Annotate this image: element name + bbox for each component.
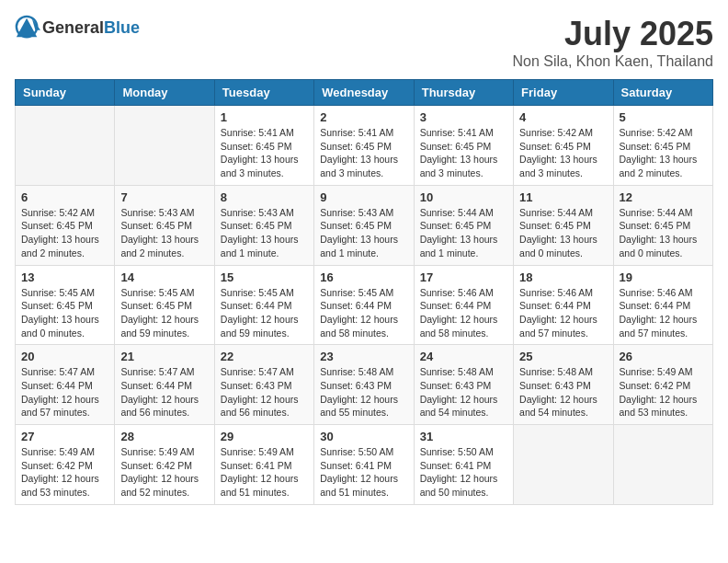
day-info: Sunrise: 5:50 AM Sunset: 6:41 PM Dayligh… <box>320 445 407 500</box>
calendar-cell: 6Sunrise: 5:42 AM Sunset: 6:45 PM Daylig… <box>16 185 115 265</box>
day-info: Sunrise: 5:43 AM Sunset: 6:45 PM Dayligh… <box>120 206 208 260</box>
col-tuesday: Tuesday <box>214 80 313 106</box>
day-number: 30 <box>320 430 407 443</box>
day-info: Sunrise: 5:48 AM Sunset: 6:43 PM Dayligh… <box>320 365 407 419</box>
day-number: 9 <box>320 190 407 204</box>
day-number: 17 <box>420 270 507 284</box>
svg-marker-1 <box>17 18 37 38</box>
calendar-cell: 14Sunrise: 5:45 AM Sunset: 6:45 PM Dayli… <box>115 265 214 345</box>
day-number: 31 <box>420 430 507 443</box>
calendar-cell: 5Sunrise: 5:42 AM Sunset: 6:45 PM Daylig… <box>613 106 712 186</box>
calendar-cell: 3Sunrise: 5:41 AM Sunset: 6:45 PM Daylig… <box>414 106 513 186</box>
day-info: Sunrise: 5:42 AM Sunset: 6:45 PM Dayligh… <box>519 126 607 180</box>
calendar-cell <box>16 106 115 186</box>
day-number: 7 <box>120 190 208 204</box>
day-number: 12 <box>620 190 707 204</box>
day-number: 16 <box>320 270 407 284</box>
day-number: 20 <box>21 350 108 363</box>
calendar-cell: 31Sunrise: 5:50 AM Sunset: 6:41 PM Dayli… <box>414 425 513 505</box>
calendar-header: Sunday Monday Tuesday Wednesday Thursday… <box>16 80 713 106</box>
day-number: 27 <box>21 430 108 443</box>
calendar-cell: 17Sunrise: 5:46 AM Sunset: 6:44 PM Dayli… <box>414 265 513 345</box>
calendar-cell: 18Sunrise: 5:46 AM Sunset: 6:44 PM Dayli… <box>514 265 613 345</box>
day-info: Sunrise: 5:50 AM Sunset: 6:41 PM Dayligh… <box>420 445 507 500</box>
calendar-cell: 12Sunrise: 5:44 AM Sunset: 6:45 PM Dayli… <box>613 185 712 265</box>
day-info: Sunrise: 5:41 AM Sunset: 6:45 PM Dayligh… <box>320 126 407 180</box>
day-info: Sunrise: 5:49 AM Sunset: 6:42 PM Dayligh… <box>120 445 208 500</box>
calendar-table: Sunday Monday Tuesday Wednesday Thursday… <box>15 79 713 505</box>
day-number: 4 <box>519 110 607 124</box>
day-info: Sunrise: 5:43 AM Sunset: 6:45 PM Dayligh… <box>221 206 308 260</box>
weekday-row: Sunday Monday Tuesday Wednesday Thursday… <box>16 80 713 106</box>
calendar-cell: 13Sunrise: 5:45 AM Sunset: 6:45 PM Dayli… <box>16 265 115 345</box>
week-row-3: 20Sunrise: 5:47 AM Sunset: 6:44 PM Dayli… <box>16 345 713 425</box>
week-row-1: 6Sunrise: 5:42 AM Sunset: 6:45 PM Daylig… <box>16 185 713 265</box>
col-friday: Friday <box>514 80 613 106</box>
calendar-cell <box>115 106 214 186</box>
day-info: Sunrise: 5:45 AM Sunset: 6:44 PM Dayligh… <box>221 286 308 340</box>
day-info: Sunrise: 5:47 AM Sunset: 6:43 PM Dayligh… <box>221 365 308 419</box>
day-number: 11 <box>519 190 607 204</box>
day-number: 24 <box>420 350 507 363</box>
calendar-cell: 29Sunrise: 5:49 AM Sunset: 6:41 PM Dayli… <box>214 425 313 505</box>
calendar-cell: 2Sunrise: 5:41 AM Sunset: 6:45 PM Daylig… <box>314 106 414 186</box>
day-info: Sunrise: 5:44 AM Sunset: 6:45 PM Dayligh… <box>620 206 707 260</box>
day-info: Sunrise: 5:42 AM Sunset: 6:45 PM Dayligh… <box>620 126 707 180</box>
day-info: Sunrise: 5:46 AM Sunset: 6:44 PM Dayligh… <box>420 286 507 340</box>
calendar-cell: 23Sunrise: 5:48 AM Sunset: 6:43 PM Dayli… <box>314 345 414 425</box>
day-info: Sunrise: 5:48 AM Sunset: 6:43 PM Dayligh… <box>420 365 507 419</box>
calendar-cell: 4Sunrise: 5:42 AM Sunset: 6:45 PM Daylig… <box>514 106 613 186</box>
day-info: Sunrise: 5:41 AM Sunset: 6:45 PM Dayligh… <box>420 126 507 180</box>
calendar-cell <box>613 425 712 505</box>
day-info: Sunrise: 5:48 AM Sunset: 6:43 PM Dayligh… <box>519 365 607 419</box>
day-number: 5 <box>620 110 707 124</box>
day-info: Sunrise: 5:49 AM Sunset: 6:41 PM Dayligh… <box>221 445 308 500</box>
calendar-body: 1Sunrise: 5:41 AM Sunset: 6:45 PM Daylig… <box>16 106 713 505</box>
calendar-cell: 26Sunrise: 5:49 AM Sunset: 6:42 PM Dayli… <box>613 345 712 425</box>
day-info: Sunrise: 5:44 AM Sunset: 6:45 PM Dayligh… <box>519 206 607 260</box>
day-info: Sunrise: 5:45 AM Sunset: 6:45 PM Dayligh… <box>120 286 208 340</box>
day-info: Sunrise: 5:42 AM Sunset: 6:45 PM Dayligh… <box>21 206 108 260</box>
col-sunday: Sunday <box>16 80 115 106</box>
col-wednesday: Wednesday <box>314 80 414 106</box>
calendar-cell: 7Sunrise: 5:43 AM Sunset: 6:45 PM Daylig… <box>115 185 214 265</box>
day-number: 8 <box>221 190 308 204</box>
day-number: 2 <box>320 110 407 124</box>
day-number: 3 <box>420 110 507 124</box>
calendar-cell: 9Sunrise: 5:43 AM Sunset: 6:45 PM Daylig… <box>314 185 414 265</box>
calendar-cell: 20Sunrise: 5:47 AM Sunset: 6:44 PM Dayli… <box>16 345 115 425</box>
day-number: 29 <box>221 430 308 443</box>
day-info: Sunrise: 5:41 AM Sunset: 6:45 PM Dayligh… <box>221 126 308 180</box>
col-monday: Monday <box>115 80 214 106</box>
day-number: 22 <box>221 350 308 363</box>
calendar-cell: 15Sunrise: 5:45 AM Sunset: 6:44 PM Dayli… <box>214 265 313 345</box>
day-number: 10 <box>420 190 507 204</box>
day-number: 23 <box>320 350 407 363</box>
logo-blue: Blue <box>104 18 140 38</box>
logo-general: General <box>42 18 104 38</box>
week-row-2: 13Sunrise: 5:45 AM Sunset: 6:45 PM Dayli… <box>16 265 713 345</box>
week-row-0: 1Sunrise: 5:41 AM Sunset: 6:45 PM Daylig… <box>16 106 713 186</box>
calendar-cell <box>514 425 613 505</box>
logo-icon <box>15 15 40 40</box>
calendar-cell: 19Sunrise: 5:46 AM Sunset: 6:44 PM Dayli… <box>613 265 712 345</box>
day-number: 25 <box>519 350 607 363</box>
col-thursday: Thursday <box>414 80 513 106</box>
main-title: July 2025 <box>512 15 713 53</box>
day-number: 28 <box>120 430 208 443</box>
calendar-cell: 24Sunrise: 5:48 AM Sunset: 6:43 PM Dayli… <box>414 345 513 425</box>
day-number: 19 <box>620 270 707 284</box>
day-number: 6 <box>21 190 108 204</box>
day-number: 1 <box>221 110 308 124</box>
day-number: 26 <box>620 350 707 363</box>
calendar-cell: 21Sunrise: 5:47 AM Sunset: 6:44 PM Dayli… <box>115 345 214 425</box>
week-row-4: 27Sunrise: 5:49 AM Sunset: 6:42 PM Dayli… <box>16 425 713 505</box>
day-info: Sunrise: 5:46 AM Sunset: 6:44 PM Dayligh… <box>620 286 707 340</box>
logo: GeneralBlue <box>15 15 140 40</box>
day-number: 15 <box>221 270 308 284</box>
calendar-cell: 11Sunrise: 5:44 AM Sunset: 6:45 PM Dayli… <box>514 185 613 265</box>
day-info: Sunrise: 5:47 AM Sunset: 6:44 PM Dayligh… <box>21 365 108 419</box>
calendar-cell: 28Sunrise: 5:49 AM Sunset: 6:42 PM Dayli… <box>115 425 214 505</box>
calendar-cell: 27Sunrise: 5:49 AM Sunset: 6:42 PM Dayli… <box>16 425 115 505</box>
day-info: Sunrise: 5:43 AM Sunset: 6:45 PM Dayligh… <box>320 206 407 260</box>
